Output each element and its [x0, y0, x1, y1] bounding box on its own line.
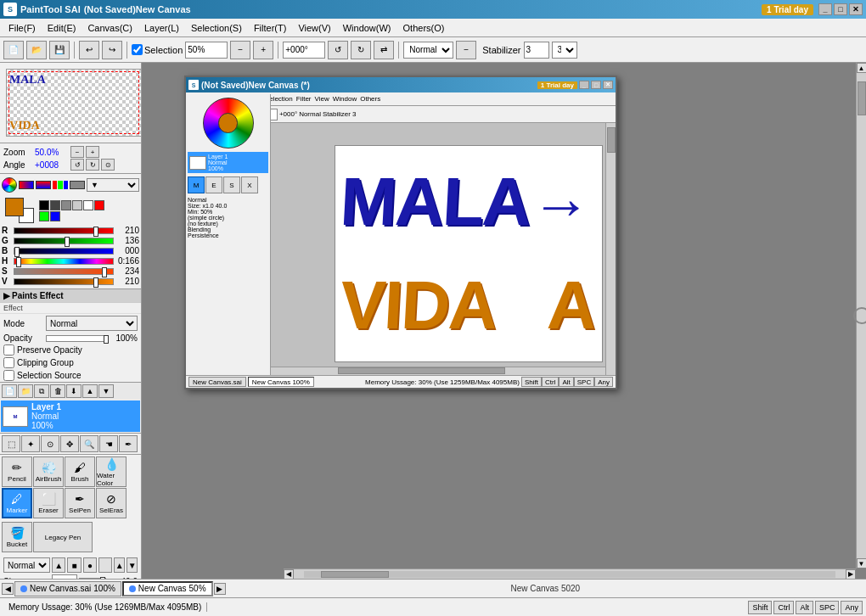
- emb-filter[interactable]: Filter: [296, 95, 312, 103]
- emb-tab2[interactable]: New Canvas 100%: [248, 377, 314, 387]
- delete-layer-btn[interactable]: 🗑: [50, 384, 65, 398]
- swatch-green[interactable]: [39, 211, 49, 221]
- swatch-black[interactable]: [39, 200, 49, 210]
- swatch-light[interactable]: [72, 200, 82, 210]
- layer-up-btn[interactable]: ▲: [82, 384, 98, 398]
- color-gradient-btn[interactable]: [19, 181, 34, 189]
- emb-h-thumb[interactable]: [338, 367, 505, 374]
- rotate-ccw[interactable]: ↺: [328, 41, 348, 59]
- color-wheel-btn[interactable]: [2, 177, 17, 193]
- menu-file[interactable]: File(F): [3, 21, 41, 35]
- color-palette-btn[interactable]: [53, 181, 68, 189]
- sel-pen-tool-btn[interactable]: ✒ SelPen: [65, 488, 95, 518]
- s-thumb[interactable]: [102, 267, 107, 277]
- brush-scroll-down[interactable]: ▼: [127, 557, 138, 573]
- angle-reset[interactable]: ⊙: [101, 159, 115, 171]
- emb-others[interactable]: Others: [360, 95, 380, 103]
- selection-source-checkbox[interactable]: [3, 370, 14, 381]
- menu-layer[interactable]: Layer(L): [139, 21, 184, 35]
- water-color-tool-btn[interactable]: 💧 Water Color: [96, 456, 127, 487]
- sel-eras-tool-btn[interactable]: ⊘ SelEras: [96, 488, 127, 518]
- color-gradient2-btn[interactable]: [36, 181, 51, 189]
- b-slider[interactable]: [14, 248, 114, 255]
- color-mode-select[interactable]: ▼: [87, 178, 139, 192]
- marker-tool-btn[interactable]: 🖊 Marker: [2, 488, 32, 518]
- size-thumb[interactable]: [100, 577, 105, 579]
- embedded-maximize[interactable]: □: [591, 81, 601, 89]
- menu-selection[interactable]: Selection(S): [186, 21, 247, 35]
- select-tool[interactable]: ⬚: [2, 435, 20, 452]
- brush-color-btn[interactable]: [98, 557, 112, 573]
- v-thumb[interactable]: [93, 277, 98, 288]
- menu-canvas[interactable]: Canvas(C): [82, 21, 138, 35]
- brush-shape-btn1[interactable]: ▲: [52, 557, 65, 573]
- normal-select[interactable]: Normal: [403, 42, 453, 59]
- duplicate-layer-btn[interactable]: ⧉: [34, 384, 49, 398]
- swatch-dark[interactable]: [50, 200, 60, 210]
- h-slider[interactable]: [14, 258, 114, 265]
- brush-tool-btn[interactable]: 🖌 Brush: [65, 456, 95, 487]
- swatch-blue[interactable]: [50, 211, 60, 221]
- embedded-minimize[interactable]: _: [579, 81, 589, 89]
- move-tool[interactable]: ✥: [60, 435, 79, 452]
- opacity-slider[interactable]: [46, 335, 108, 342]
- r-thumb[interactable]: [93, 227, 98, 237]
- opacity-minus[interactable]: −: [230, 41, 250, 59]
- swatch-white[interactable]: [83, 200, 93, 210]
- g-slider[interactable]: [14, 238, 114, 244]
- menu-others[interactable]: Others(O): [398, 21, 450, 35]
- airbrush-tool-btn[interactable]: 💨 AirBrush: [33, 456, 64, 487]
- swatch-gray[interactable]: [61, 200, 71, 210]
- b-thumb[interactable]: [14, 247, 20, 257]
- color-swatch-btn[interactable]: [70, 181, 85, 189]
- flip-h[interactable]: ⇄: [374, 41, 394, 59]
- merge-down-btn[interactable]: ⬇: [66, 384, 82, 398]
- angle-ccw[interactable]: ↺: [70, 159, 84, 171]
- main-v-scrollbar[interactable]: ▲ ▼: [856, 63, 866, 568]
- menu-window[interactable]: Window(W): [338, 21, 396, 35]
- zoom-minus[interactable]: −: [70, 146, 84, 158]
- menu-filter[interactable]: Filter(T): [249, 21, 292, 35]
- taskbar-tab2[interactable]: New Canvas 50%: [122, 581, 213, 596]
- eyedropper-tool[interactable]: ✒: [119, 435, 138, 452]
- brush-mode-select[interactable]: Normal: [3, 557, 50, 573]
- toolbar-new[interactable]: 📄: [3, 41, 24, 59]
- opacity-thumb[interactable]: [104, 335, 109, 344]
- h-scroll-left-btn[interactable]: ◀: [284, 569, 294, 580]
- g-thumb[interactable]: [65, 237, 70, 247]
- emb-v-thumb[interactable]: [607, 127, 616, 153]
- new-group-btn[interactable]: 📁: [18, 384, 33, 398]
- legacy-pen-tool-btn[interactable]: Legacy Pen: [33, 522, 93, 552]
- lasso-tool[interactable]: ✦: [21, 435, 40, 452]
- taskbar-scroll-left[interactable]: ◀: [2, 583, 14, 595]
- hand-tool[interactable]: ☚: [99, 435, 118, 452]
- size-slider[interactable]: [79, 578, 106, 579]
- clipping-group-checkbox[interactable]: [3, 357, 14, 368]
- bucket-tool-btn[interactable]: 🪣 Bucket: [2, 522, 32, 552]
- emb-sel-eras-tool[interactable]: X: [241, 176, 258, 193]
- s-slider[interactable]: [14, 268, 114, 275]
- taskbar-tab1[interactable]: New Canvas.sai 100%: [14, 581, 121, 596]
- rotate-cw[interactable]: ↻: [351, 41, 371, 59]
- layer-down-btn[interactable]: ▼: [98, 384, 114, 398]
- emb-window[interactable]: Window: [333, 95, 357, 103]
- emb-tab1[interactable]: New Canvas.sai: [188, 377, 246, 387]
- emb-marker-tool[interactable]: M: [188, 176, 205, 193]
- emb-sel-pen-tool[interactable]: S: [223, 176, 240, 193]
- canvas-area[interactable]: S (Not Saved)New Canvas (*) 1 Trial day …: [142, 63, 866, 579]
- h-thumb[interactable]: [16, 257, 21, 267]
- toolbar-save[interactable]: 💾: [49, 41, 70, 59]
- zoom-plus[interactable]: +: [86, 146, 99, 158]
- selection-checkbox[interactable]: [132, 44, 143, 55]
- v-scroll-thumb[interactable]: [858, 81, 866, 115]
- opacity-plus[interactable]: +: [253, 41, 273, 59]
- toolbar-undo[interactable]: ↩: [79, 41, 99, 59]
- pencil-tool-btn[interactable]: ✏ Pencil: [2, 456, 32, 487]
- h-scroll-right-btn[interactable]: ▶: [846, 569, 856, 580]
- stabilizer-input[interactable]: [524, 42, 549, 59]
- eraser-tool-btn[interactable]: ⬜ Eraser: [33, 488, 64, 518]
- emb-h-scrollbar[interactable]: [271, 367, 605, 375]
- size-multiplier-input[interactable]: [52, 574, 77, 579]
- brush-shape-btn2[interactable]: ■: [67, 557, 81, 573]
- main-h-scrollbar[interactable]: ◀ ▶: [284, 568, 856, 579]
